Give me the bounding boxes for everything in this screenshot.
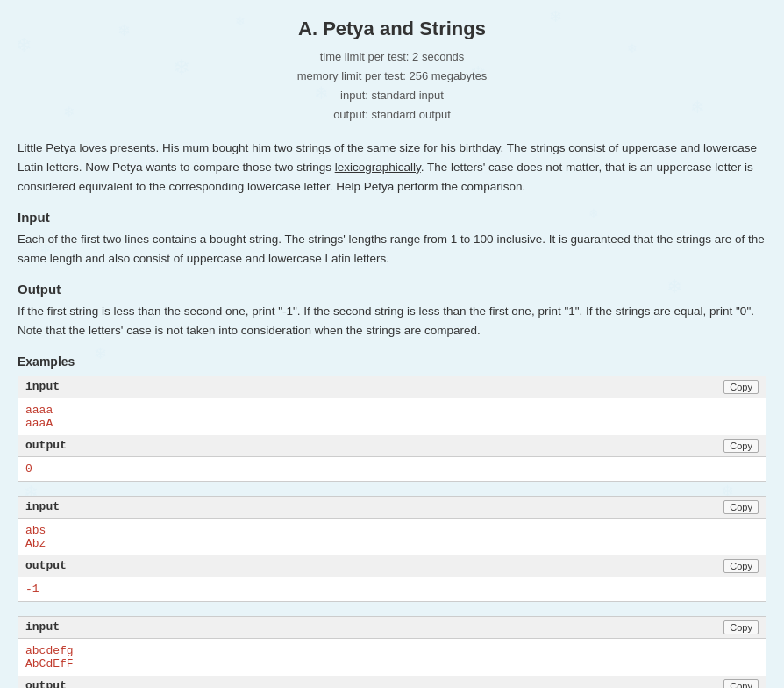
example-1-input-copy-button[interactable]: Copy [723,380,759,394]
example-2: input Copy absAbz output Copy -1 [18,496,766,602]
output-section-body: If the first string is less than the sec… [18,302,766,340]
example-1: input Copy aaaaaaaA output Copy 0 [18,376,766,482]
output-type: output: standard output [18,105,766,125]
lexicographically-link[interactable]: lexicographically [335,161,421,174]
example-2-input-label: input [25,500,60,513]
example-1-input-header: input Copy [18,376,766,398]
example-2-input-header: input Copy [18,497,766,519]
example-3-input-label: input [25,620,60,634]
example-3-input-header: input Copy [18,617,766,639]
example-2-output-copy-button[interactable]: Copy [723,559,759,573]
example-3-output-copy-button[interactable]: Copy [723,679,759,688]
example-2-input-value: absAbz [18,519,766,555]
example-3: input Copy abcdefgAbCdEfF output Copy 1 [18,616,766,688]
example-3-output-label: output [25,679,67,688]
example-2-input-copy-button[interactable]: Copy [723,500,759,514]
example-1-output-value: 0 [18,457,766,481]
problem-description: Little Petya loves presents. His mum bou… [18,139,766,196]
meta-info: time limit per test: 2 seconds memory li… [18,47,766,125]
output-section-title: Output [18,282,766,297]
example-3-output-header: output Copy [18,676,766,688]
example-1-output-copy-button[interactable]: Copy [723,439,759,453]
examples-title: Examples [18,355,766,369]
example-2-output-label: output [25,559,67,572]
example-1-output-header: output Copy [18,435,766,457]
memory-limit: memory limit per test: 256 megabytes [18,67,766,86]
input-section-body: Each of the first two lines contains a b… [18,230,766,268]
time-limit: time limit per test: 2 seconds [18,47,766,67]
example-3-input-copy-button[interactable]: Copy [723,620,759,634]
input-section-title: Input [18,210,766,225]
input-type: input: standard input [18,86,766,105]
example-1-input-label: input [25,380,60,393]
example-1-input-value: aaaaaaaA [18,398,766,435]
example-1-output-label: output [25,439,67,452]
example-3-input-value: abcdefgAbCdEfF [18,639,766,676]
page-title: A. Petya and Strings [18,18,766,40]
example-2-output-value: -1 [18,577,766,601]
example-2-output-header: output Copy [18,555,766,577]
